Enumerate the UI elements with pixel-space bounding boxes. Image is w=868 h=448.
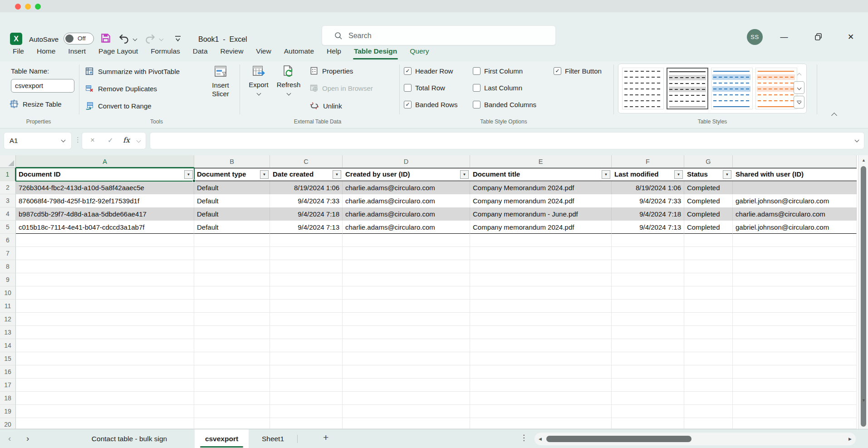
export-chevron[interactable]: [256, 91, 261, 96]
empty-cell[interactable]: [343, 300, 470, 313]
empty-cell[interactable]: [16, 352, 194, 365]
empty-cell[interactable]: [684, 339, 733, 352]
checkbox-banded-columns[interactable]: Banded Columns: [473, 99, 554, 110]
row-header-16[interactable]: 16: [0, 365, 16, 379]
empty-cell[interactable]: [733, 392, 857, 405]
column-header-B[interactable]: B: [194, 155, 270, 168]
empty-cell[interactable]: [194, 286, 270, 300]
checkbox-first-column[interactable]: First Column: [473, 65, 554, 76]
column-header-C[interactable]: C: [270, 155, 343, 168]
gallery-more-button[interactable]: [794, 96, 804, 108]
empty-cell[interactable]: [343, 286, 470, 300]
vertical-scrollbar-thumb[interactable]: [861, 166, 866, 427]
empty-cell[interactable]: [343, 273, 470, 286]
filter-button-document-title[interactable]: ▼: [602, 170, 610, 179]
cell[interactable]: charlie.adams@circularo.com: [343, 207, 470, 221]
empty-cell[interactable]: [612, 418, 684, 429]
empty-cell[interactable]: [270, 234, 343, 247]
row-header-2[interactable]: 2: [0, 181, 16, 194]
empty-cell[interactable]: [343, 313, 470, 326]
empty-cell[interactable]: [270, 339, 343, 352]
empty-cell[interactable]: [684, 392, 733, 405]
empty-cell[interactable]: [343, 379, 470, 392]
column-header-partial[interactable]: [733, 155, 857, 168]
empty-cell[interactable]: [16, 339, 194, 352]
empty-cell[interactable]: [470, 418, 612, 429]
empty-cell[interactable]: [270, 247, 343, 260]
table-header-cell[interactable]: Document ID▼: [16, 168, 194, 181]
empty-cell[interactable]: [194, 392, 270, 405]
cell[interactable]: 9/4/2024 7:13: [270, 221, 343, 234]
cell[interactable]: Default: [194, 221, 270, 234]
row-header-19[interactable]: 19: [0, 405, 16, 418]
cell[interactable]: 9/4/2024 7:18: [612, 207, 684, 221]
column-header-F[interactable]: F: [612, 155, 684, 168]
empty-cell[interactable]: [16, 405, 194, 418]
cell[interactable]: Completed: [684, 194, 733, 207]
empty-cell[interactable]: [194, 300, 270, 313]
cell[interactable]: 8/19/2024 1:06: [270, 181, 343, 194]
row-header-4[interactable]: 4: [0, 207, 16, 221]
empty-cell[interactable]: [16, 300, 194, 313]
empty-cell[interactable]: [612, 313, 684, 326]
empty-cell[interactable]: [470, 300, 612, 313]
cell[interactable]: Company memorandum - June.pdf: [470, 207, 612, 221]
column-header-D[interactable]: D: [343, 155, 470, 168]
empty-cell[interactable]: [343, 392, 470, 405]
cell[interactable]: 9/4/2024 7:18: [270, 207, 343, 221]
cell[interactable]: charlie.adams@circularo.com: [343, 181, 470, 194]
row-header-12[interactable]: 12: [0, 313, 16, 326]
resize-table-button[interactable]: Resize Table: [9, 99, 62, 109]
empty-cell[interactable]: [194, 260, 270, 273]
empty-cell[interactable]: [270, 365, 343, 379]
empty-cell[interactable]: [470, 339, 612, 352]
empty-cell[interactable]: [733, 365, 857, 379]
empty-cell[interactable]: [16, 286, 194, 300]
empty-cell[interactable]: [270, 300, 343, 313]
enter-icon[interactable]: ✓: [108, 136, 113, 144]
row-header-15[interactable]: 15: [0, 352, 16, 365]
empty-cell[interactable]: [343, 260, 470, 273]
empty-cell[interactable]: [684, 247, 733, 260]
empty-cell[interactable]: [612, 247, 684, 260]
macos-minimize-button[interactable]: [25, 4, 31, 10]
row-header-7[interactable]: 7: [0, 247, 16, 260]
empty-cell[interactable]: [470, 247, 612, 260]
tab-query[interactable]: Query: [403, 41, 435, 61]
cell[interactable]: Completed: [684, 207, 733, 221]
empty-cell[interactable]: [684, 286, 733, 300]
tab-home[interactable]: Home: [30, 41, 62, 61]
row-header-10[interactable]: 10: [0, 286, 16, 300]
column-header-G[interactable]: G: [684, 155, 733, 168]
empty-cell[interactable]: [612, 365, 684, 379]
empty-cell[interactable]: [194, 234, 270, 247]
empty-cell[interactable]: [684, 365, 733, 379]
table-header-cell[interactable]: Created by user (ID)▼: [343, 168, 470, 181]
cell[interactable]: Company memorandum 2024.pdf: [470, 221, 612, 234]
empty-cell[interactable]: [343, 405, 470, 418]
empty-cell[interactable]: [270, 352, 343, 365]
empty-cell[interactable]: [612, 326, 684, 339]
empty-cell[interactable]: [270, 313, 343, 326]
table-style-swatch-blue-banded[interactable]: [711, 68, 753, 109]
empty-cell[interactable]: [470, 234, 612, 247]
summarize-with-pivottable-button[interactable]: Summarize with PivotTable: [84, 66, 180, 76]
empty-cell[interactable]: [16, 247, 194, 260]
cell[interactable]: gabriel.johnson@circularo.com: [733, 194, 857, 207]
empty-cell[interactable]: [684, 234, 733, 247]
empty-cell[interactable]: [270, 273, 343, 286]
cell[interactable]: [733, 181, 857, 194]
macos-zoom-button[interactable]: [35, 4, 41, 10]
empty-cell[interactable]: [343, 365, 470, 379]
scroll-right-icon[interactable]: ▶: [848, 437, 852, 441]
row-header-13[interactable]: 13: [0, 326, 16, 339]
fx-icon[interactable]: fx: [123, 136, 130, 144]
empty-cell[interactable]: [684, 352, 733, 365]
empty-cell[interactable]: [733, 273, 857, 286]
empty-cell[interactable]: [733, 300, 857, 313]
empty-cell[interactable]: [470, 313, 612, 326]
empty-cell[interactable]: [684, 326, 733, 339]
checkbox-filter-button[interactable]: ✓Filter Button: [554, 65, 622, 76]
empty-cell[interactable]: [612, 392, 684, 405]
cell[interactable]: b987cd5b-29f7-4d8d-a1aa-5dbde66ae417: [16, 207, 194, 221]
